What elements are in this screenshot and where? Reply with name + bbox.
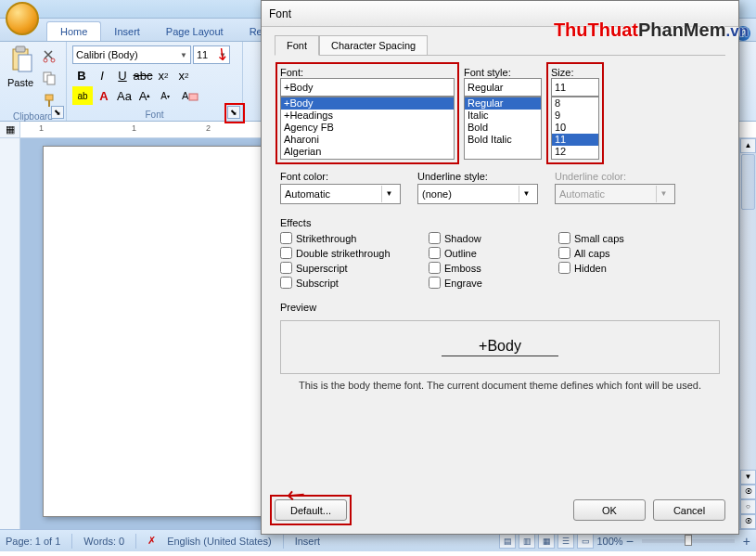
font-style-input[interactable] (464, 78, 542, 97)
font-color-button[interactable]: A (95, 86, 113, 105)
scroll-thumb[interactable] (741, 154, 755, 210)
superscript-button[interactable]: x2 (174, 66, 193, 84)
smallcaps-checkbox[interactable]: Small caps (558, 232, 670, 244)
list-item[interactable]: Algerian (281, 146, 454, 158)
font-color-dropdown[interactable]: Automatic▼ (280, 184, 401, 204)
list-item[interactable]: Bold Italic (465, 134, 541, 146)
svg-rect-10 (189, 94, 198, 100)
tab-character-spacing[interactable]: Character Spacing (319, 35, 428, 56)
shadow-checkbox[interactable]: Shadow (429, 232, 549, 244)
list-item[interactable]: Regular (465, 97, 541, 110)
bold-button[interactable]: B (72, 66, 91, 84)
font-color-label: Font color: (280, 171, 401, 182)
draft-view[interactable]: ▭ (577, 534, 594, 549)
highlight-button[interactable]: ab (72, 86, 93, 105)
grow-font-button[interactable]: A▴ (135, 86, 154, 105)
office-button[interactable] (6, 2, 39, 35)
list-item[interactable]: Bold (465, 122, 541, 134)
list-item[interactable]: +Headings (281, 110, 454, 122)
cancel-button[interactable]: Cancel (653, 499, 725, 521)
font-input[interactable] (280, 78, 455, 97)
strikethrough-button[interactable]: abc (134, 66, 152, 84)
clipboard-dialog-launcher[interactable]: ⬊ (51, 106, 64, 119)
effects-label: Effects (280, 217, 720, 228)
page-indicator[interactable]: Page: 1 of 1 (6, 536, 60, 547)
ok-button[interactable]: OK (573, 499, 646, 521)
size-input[interactable] (551, 78, 599, 97)
language-indicator[interactable]: English (United States) (167, 536, 272, 547)
vertical-ruler[interactable] (0, 138, 20, 529)
font-style-listbox[interactable]: Regular Italic Bold Bold Italic (464, 97, 542, 160)
tab-home[interactable]: Home (46, 21, 101, 41)
watermark: ThuThuatPhanMem.vn (554, 20, 749, 39)
change-case-button[interactable]: Aa (115, 86, 134, 105)
full-screen-view[interactable]: ▥ (519, 534, 535, 549)
svg-rect-6 (47, 75, 55, 84)
svg-point-4 (51, 58, 55, 62)
shrink-font-button[interactable]: A▾ (156, 86, 174, 105)
cut-icon[interactable] (39, 45, 59, 66)
superscript-checkbox[interactable]: Superscript (280, 262, 419, 274)
paste-button[interactable]: Paste (4, 44, 37, 110)
default-button[interactable]: Default... (275, 499, 347, 521)
scroll-up-button[interactable]: ▲ (740, 138, 756, 153)
prev-page-button[interactable]: ⦿ (740, 485, 756, 499)
svg-point-3 (44, 58, 47, 62)
list-item[interactable]: 9 (552, 110, 598, 122)
size-label: Size: (551, 67, 573, 78)
subscript-checkbox[interactable]: Subscript (280, 277, 419, 289)
underline-color-dropdown: Automatic▼ (555, 184, 675, 204)
zoom-out-button[interactable]: − (626, 534, 634, 549)
zoom-in-button[interactable]: + (743, 534, 750, 549)
list-item[interactable]: 8 (552, 97, 598, 110)
underline-color-label: Underline color: (555, 171, 675, 182)
vertical-scrollbar[interactable]: ▲ ▼ ⦿ ○ ⦿ (739, 138, 756, 529)
list-item[interactable]: 10 (552, 122, 598, 134)
print-layout-view[interactable]: ▤ (499, 534, 516, 549)
font-group-label: Font (70, 109, 238, 121)
copy-icon[interactable] (39, 68, 59, 88)
underline-style-dropdown[interactable]: (none)▼ (417, 184, 538, 204)
list-item[interactable]: +Body (281, 97, 454, 110)
word-count[interactable]: Words: 0 (83, 536, 124, 547)
web-layout-view[interactable]: ▦ (538, 534, 555, 549)
outline-view[interactable]: ☰ (557, 534, 574, 549)
allcaps-checkbox[interactable]: All caps (558, 247, 670, 259)
tab-page-layout[interactable]: Page Layout (153, 22, 237, 41)
tab-insert[interactable]: Insert (101, 22, 153, 41)
underline-button[interactable]: U (113, 66, 132, 84)
size-listbox[interactable]: 8 9 10 11 12 (551, 97, 599, 160)
list-item[interactable]: Italic (465, 110, 541, 122)
list-item[interactable]: Agency FB (281, 122, 454, 134)
insert-mode[interactable]: Insert (295, 536, 321, 547)
next-page-button[interactable]: ⦿ (740, 514, 756, 529)
hidden-checkbox[interactable]: Hidden (558, 262, 670, 274)
italic-button[interactable]: I (93, 66, 111, 84)
strikethrough-checkbox[interactable]: Strikethrough (280, 232, 419, 244)
font-name-combo[interactable]: Calibri (Body)▼ (72, 45, 191, 64)
emboss-checkbox[interactable]: Emboss (429, 262, 549, 274)
zoom-level[interactable]: 100% (596, 536, 622, 547)
scroll-down-button[interactable]: ▼ (740, 470, 756, 485)
subscript-button[interactable]: x2 (154, 66, 173, 84)
font-group: Calibri (Body)▼ 11▼ B I U abc x2 x2 ab A… (67, 42, 243, 121)
list-item[interactable]: Aharoni (281, 134, 454, 146)
outline-checkbox[interactable]: Outline (429, 247, 549, 259)
proofing-icon[interactable]: ✗ (147, 535, 156, 547)
double-strikethrough-checkbox[interactable]: Double strikethrough (280, 247, 419, 259)
font-listbox[interactable]: +Body +Headings Agency FB Aharoni Algeri… (280, 97, 455, 160)
preview-note: This is the body theme font. The current… (280, 380, 720, 391)
list-item[interactable]: 12 (552, 146, 598, 158)
clipboard-group: Paste Clipboard ⬊ (0, 42, 67, 121)
engrave-checkbox[interactable]: Engrave (429, 277, 549, 289)
ruler-corner[interactable]: ▦ (0, 122, 20, 137)
clear-formatting-button[interactable]: A (176, 86, 202, 105)
zoom-slider[interactable] (642, 539, 735, 543)
browse-object-button[interactable]: ○ (740, 499, 756, 514)
underline-style-label: Underline style: (417, 171, 538, 182)
tab-font[interactable]: Font (275, 35, 319, 56)
font-style-label: Font style: (464, 67, 511, 78)
svg-rect-7 (45, 95, 53, 100)
list-item[interactable]: 11 (552, 134, 598, 146)
paste-label: Paste (7, 77, 33, 88)
